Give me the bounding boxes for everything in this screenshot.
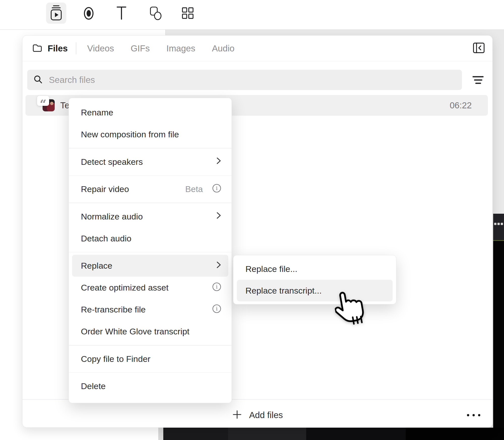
tab-files[interactable]: Files — [33, 36, 68, 61]
menu-divider — [69, 372, 232, 373]
info-icon[interactable]: i — [212, 183, 222, 195]
menu-divider — [69, 252, 232, 253]
timeline-strip — [163, 428, 504, 440]
menu-divider — [69, 345, 232, 345]
add-files-button[interactable]: Add files — [232, 407, 283, 423]
tab-audio[interactable]: Audio — [212, 43, 235, 53]
menu-item-order-white-glove[interactable]: Order White Glove transcript — [69, 321, 232, 342]
beta-badge: Beta — [185, 184, 203, 194]
menu-item-normalize-audio[interactable]: Normalize audio — [69, 206, 232, 228]
record-icon — [81, 4, 97, 22]
menu-item-replace[interactable]: Replace — [72, 255, 228, 277]
media-library-button[interactable] — [46, 3, 66, 24]
plus-icon — [232, 410, 242, 421]
menu-item-rename[interactable]: Rename — [69, 102, 232, 123]
menu-item-copy-file-to-finder[interactable]: Copy file to Finder — [69, 348, 232, 370]
tab-divider — [76, 42, 76, 54]
filter-icon — [472, 76, 484, 77]
text-tool-icon — [113, 4, 130, 22]
search-icon — [27, 75, 43, 85]
timeline-gray-sliver — [158, 428, 163, 440]
cursor-pointer — [332, 286, 372, 333]
tab-files-label: Files — [48, 43, 68, 53]
menu-item-create-optimized-asset[interactable]: Create optimized asset i — [69, 277, 232, 299]
search-input[interactable] — [48, 75, 462, 85]
panel-tab-bar: Files Videos GIFs Images Audio — [22, 36, 492, 61]
file-duration: 06:22 — [450, 95, 472, 116]
svg-text:i: i — [216, 284, 218, 290]
menu-item-new-composition[interactable]: New composition from file — [69, 123, 232, 145]
filter-button[interactable] — [470, 72, 486, 87]
menu-item-detect-speakers[interactable]: Detect speakers — [69, 151, 232, 173]
tab-videos[interactable]: Videos — [87, 43, 114, 53]
app-screen: Files Videos GIFs Images Audio — [0, 0, 504, 440]
submenu-item-replace-transcript[interactable]: Replace transcript... — [237, 280, 393, 301]
menu-divider — [69, 148, 232, 148]
collapse-panel-button[interactable] — [472, 42, 486, 54]
menu-item-retranscribe-file[interactable]: Re-transcribe file i — [69, 299, 232, 321]
chevron-right-icon — [216, 157, 222, 167]
layout-grid-icon — [180, 4, 196, 22]
tab-images[interactable]: Images — [166, 43, 195, 53]
svg-text:i: i — [216, 185, 218, 191]
menu-divider — [69, 175, 232, 176]
layout-grid-button[interactable] — [178, 3, 198, 24]
submenu-item-replace-file[interactable]: Replace file... — [233, 258, 396, 280]
shapes-icon — [147, 4, 164, 22]
menu-item-repair-video[interactable]: Repair video Beta i — [69, 178, 232, 200]
replace-submenu: Replace file... Replace transcript... — [233, 255, 396, 304]
file-context-menu: Rename New composition from file Detect … — [69, 98, 232, 403]
chevron-right-icon — [216, 211, 222, 222]
info-icon[interactable]: i — [212, 304, 222, 316]
top-toolbar — [0, 0, 504, 30]
svg-text:i: i — [216, 306, 218, 312]
collapse-panel-icon — [473, 42, 485, 54]
chevron-right-icon — [216, 261, 222, 271]
menu-item-delete[interactable]: Delete — [69, 375, 232, 397]
info-icon[interactable]: i — [212, 282, 222, 294]
add-files-label: Add files — [249, 410, 283, 420]
tab-gifs[interactable]: GIFs — [131, 43, 150, 53]
search-bar[interactable] — [27, 70, 462, 90]
transcript-quote-badge: “ — [37, 96, 49, 106]
menu-divider — [69, 203, 232, 203]
record-button[interactable] — [79, 3, 99, 24]
folder-icon — [33, 44, 42, 53]
media-library-icon — [48, 4, 64, 22]
text-tool-button[interactable] — [111, 3, 132, 24]
video-preview-sliver — [493, 241, 504, 440]
menu-item-detach-audio[interactable]: Detach audio — [69, 228, 232, 249]
file-name: Te — [60, 95, 70, 116]
shapes-button[interactable] — [145, 3, 166, 24]
ellipsis-icon — [467, 414, 469, 416]
tab-group: Videos GIFs Images Audio — [87, 36, 235, 61]
video-editor-sliver — [493, 214, 504, 241]
more-options-button[interactable] — [467, 411, 480, 420]
